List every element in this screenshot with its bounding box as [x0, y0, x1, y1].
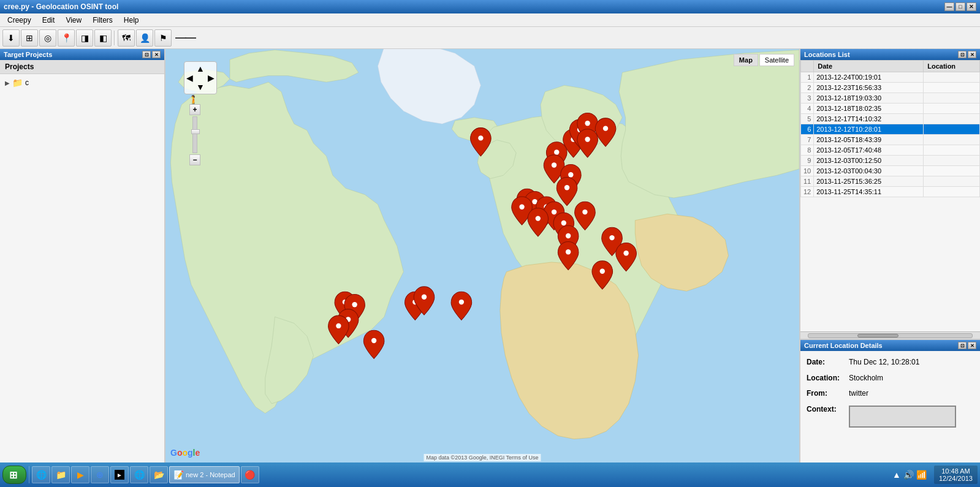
row-date: 2013-11-25T14:35:11	[814, 187, 924, 197]
browser2-icon: 🌐	[134, 470, 144, 480]
table-row[interactable]: 3 2013-12-18T19:03:30	[801, 93, 980, 104]
details-panel-title: Current Location Details	[804, 342, 883, 349]
toolbar-dash: ——	[175, 31, 195, 44]
taskbar-browser2[interactable]: 🌐	[130, 466, 148, 483]
clock-date: 12/24/2013	[939, 475, 973, 482]
table-row[interactable]: 7 2013-12-05T18:43:39	[801, 135, 980, 145]
zoom-in-button[interactable]: +	[189, 104, 200, 115]
details-restore[interactable]: ⊡	[958, 342, 967, 349]
row-num: 8	[801, 145, 814, 156]
table-row[interactable]: 1 2013-12-24T00:19:01	[801, 72, 980, 83]
map-area[interactable]: Map Satellite ▲ ▼ ◀ ▶ 🚶 + −	[165, 49, 799, 462]
menu-help[interactable]: Help	[119, 15, 144, 26]
minimize-button[interactable]: —	[944, 2, 954, 11]
nav-down[interactable]: ▼	[196, 82, 205, 92]
details-close[interactable]: ✕	[968, 342, 976, 349]
open-project-button[interactable]: ⬇	[2, 29, 20, 47]
svg-point-8	[564, 185, 569, 190]
taskbar-folder[interactable]: 📁	[51, 466, 70, 483]
locations-restore[interactable]: ⊡	[958, 51, 967, 58]
nav-up[interactable]: ▲	[196, 64, 205, 74]
close-button[interactable]: ✕	[967, 2, 976, 11]
zoom-handle[interactable]	[191, 129, 200, 134]
left-panel-close[interactable]: ✕	[152, 51, 161, 58]
col-date: Date	[814, 61, 924, 72]
map-svg	[165, 49, 799, 462]
svg-point-20	[600, 268, 605, 273]
row-date: 2013-12-03T00:04:30	[814, 166, 924, 176]
app9-icon: 🔴	[245, 470, 255, 480]
taskbar-cmd[interactable]: ►	[110, 466, 129, 483]
project-item-c[interactable]: ▶ 📁 c	[2, 77, 162, 89]
locations-panel-controls: ⊡ ✕	[958, 51, 976, 58]
maximize-button[interactable]: □	[955, 2, 965, 11]
ie-icon: 🌐	[36, 470, 46, 480]
new-project-button[interactable]: ⊞	[21, 29, 38, 47]
table-row[interactable]: 2 2013-12-23T16:56:33	[801, 83, 980, 93]
detail-from-value: twitter	[849, 387, 868, 401]
row-location	[924, 104, 980, 114]
taskbar-chrome[interactable]: ⊕	[91, 466, 109, 483]
locate-button[interactable]: ◎	[39, 29, 56, 47]
menu-view[interactable]: View	[61, 15, 86, 26]
table-row[interactable]: 6 2013-12-12T10:28:01	[801, 124, 980, 135]
left-panel-controls: ⊡ ✕	[142, 51, 161, 58]
taskbar-notepad[interactable]: 📝 new 2 - Notepad	[169, 466, 240, 483]
projects-header: Projects	[0, 60, 164, 74]
zoom-out-button[interactable]: −	[189, 154, 200, 165]
menu-edit[interactable]: Edit	[37, 15, 60, 26]
table-row[interactable]: 5 2013-12-17T14:10:32	[801, 114, 980, 124]
locations-close[interactable]: ✕	[968, 51, 976, 58]
row-location	[924, 124, 980, 135]
svg-point-28	[422, 294, 427, 299]
row-date: 2013-12-18T18:02:35	[814, 104, 924, 114]
table-row[interactable]: 10 2013-12-03T00:04:30	[801, 166, 980, 176]
taskbar-ie[interactable]: 🌐	[32, 466, 50, 483]
row-location	[924, 187, 980, 197]
flag-button[interactable]: ⚑	[154, 29, 172, 47]
map-tool-button[interactable]: 🗺	[118, 29, 135, 47]
person-button[interactable]: 👤	[136, 29, 153, 47]
row-date: 2013-12-05T18:43:39	[814, 135, 924, 145]
menu-creepy[interactable]: Creepy	[2, 15, 36, 26]
zoom-track[interactable]	[192, 116, 197, 153]
left-panel: Target Projects ⊡ ✕ Projects ▶ 📁 c	[0, 49, 165, 462]
row-num: 4	[801, 104, 814, 114]
svg-point-3	[585, 121, 590, 126]
nav-right[interactable]: ▶	[208, 73, 215, 83]
tray-arrow-icon[interactable]: ▲	[892, 470, 901, 480]
table-row[interactable]: 11 2013-11-25T15:36:25	[801, 176, 980, 187]
row-date: 2013-12-05T17:40:48	[814, 145, 924, 156]
notepad-label: new 2 - Notepad	[186, 471, 235, 478]
map-type-map[interactable]: Map	[734, 54, 758, 66]
clock[interactable]: 10:48 AM 12/24/2013	[934, 466, 978, 484]
detail-date-value: Thu Dec 12, 10:28:01	[849, 356, 919, 369]
row-location	[924, 135, 980, 145]
nav-left[interactable]: ◀	[186, 73, 193, 83]
detail-location-value: Stockholm	[849, 372, 883, 385]
export1-button[interactable]: ◨	[76, 29, 93, 47]
details-panel: Current Location Details ⊡ ✕ Date: Thu D…	[800, 340, 980, 462]
table-row[interactable]: 9 2013-12-03T00:12:50	[801, 156, 980, 166]
locations-table: Date Location 1 2013-12-24T00:19:01 2 20…	[800, 60, 980, 197]
tray-network-icon[interactable]: 📶	[916, 470, 927, 480]
table-row[interactable]: 8 2013-12-05T17:40:48	[801, 145, 980, 156]
scrollbar-thumb[interactable]	[857, 334, 898, 338]
export2-button[interactable]: ◧	[94, 29, 112, 47]
tray-volume-icon[interactable]: 🔊	[903, 470, 914, 480]
menu-filters[interactable]: Filters	[88, 15, 118, 26]
start-button[interactable]: ⊞	[2, 466, 26, 484]
left-panel-restore[interactable]: ⊡	[142, 51, 151, 58]
locations-table-wrapper[interactable]: Date Location 1 2013-12-24T00:19:01 2 20…	[800, 60, 980, 331]
detail-context-box	[849, 406, 956, 428]
svg-point-31	[585, 137, 590, 142]
taskbar-mediaplayer[interactable]: ▶	[71, 466, 89, 483]
scrollbar-track[interactable]	[808, 333, 973, 338]
taskbar-app9[interactable]: 🔴	[241, 466, 259, 483]
table-row[interactable]: 12 2013-11-25T14:35:11	[801, 187, 980, 197]
table-row[interactable]: 4 2013-12-18T18:02:35	[801, 104, 980, 114]
pin-button[interactable]: 📍	[58, 29, 75, 47]
locations-scrollbar[interactable]	[800, 331, 980, 339]
taskbar-folder2[interactable]: 📂	[150, 466, 168, 483]
map-type-satellite[interactable]: Satellite	[759, 54, 794, 66]
